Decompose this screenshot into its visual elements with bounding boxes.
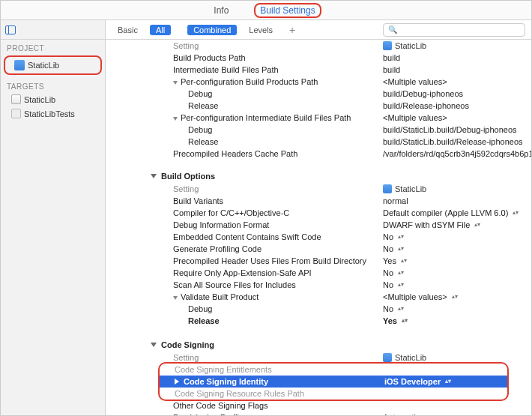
setting-row-code-signing-identity[interactable]: Code Signing Identity iOS Developer▴▾ bbox=[160, 376, 507, 388]
setting-row-release[interactable]: Releasebuild/Release-iphoneos bbox=[106, 100, 531, 112]
tab-build-settings[interactable]: Build Settings bbox=[254, 3, 321, 18]
setting-row[interactable]: Intermediate Build Files Path build bbox=[106, 64, 531, 76]
setting-row[interactable]: Require Only App-Extension-Safe APINo▴▾ bbox=[106, 267, 531, 279]
chevron-down-icon bbox=[173, 81, 178, 85]
code-signing-callout: Code Signing Entitlements Code Signing I… bbox=[158, 362, 509, 401]
sidebar-heading-project: PROJECT bbox=[1, 40, 105, 54]
setting-row[interactable]: Build Products Path build bbox=[106, 52, 531, 64]
section-code-signing[interactable]: Code Signing bbox=[106, 336, 531, 352]
setting-row[interactable]: Build Variantsnormal bbox=[106, 195, 531, 207]
setting-row-debug[interactable]: DebugNo▴▾ bbox=[106, 303, 531, 315]
sidebar-project-item[interactable]: StaticLib bbox=[4, 55, 102, 75]
filter-basic[interactable]: Basic bbox=[112, 25, 144, 35]
section-build-options[interactable]: Build Options bbox=[106, 167, 531, 183]
sidebar-target-label: StaticLib bbox=[24, 95, 55, 104]
setting-row[interactable]: Debug Information FormatDWARF with dSYM … bbox=[106, 219, 531, 231]
search-field[interactable]: 🔍 bbox=[383, 23, 525, 37]
setting-row[interactable]: Precompiled Headers Cache Path/var/folde… bbox=[106, 148, 531, 160]
setting-row-release[interactable]: ReleaseYes▴▾ bbox=[106, 315, 531, 327]
chevron-down-icon bbox=[151, 343, 157, 347]
popup-icon: ▴▾ bbox=[398, 235, 404, 239]
setting-row-debug[interactable]: Debugbuild/StaticLib.build/Debug-iphoneo… bbox=[106, 124, 531, 136]
setting-row[interactable]: Scan All Source Files for IncludesNo▴▾ bbox=[106, 279, 531, 291]
add-setting-button[interactable]: + bbox=[285, 24, 300, 36]
sidebar-target-tests[interactable]: StaticLibTests bbox=[1, 106, 105, 121]
setting-row[interactable]: Generate Profiling CodeNo▴▾ bbox=[106, 243, 531, 255]
setting-row-release[interactable]: Releasebuild/StaticLib.build/Release-iph… bbox=[106, 136, 531, 148]
setting-row[interactable]: Compiler for C/C++/Objective-CDefault co… bbox=[106, 207, 531, 219]
sidebar-heading-targets: TARGETS bbox=[1, 78, 105, 92]
setting-row[interactable]: Precompiled Header Uses Files From Build… bbox=[106, 255, 531, 267]
popup-icon: ▴▾ bbox=[401, 259, 407, 263]
main-pane: Basic All Combined Levels + 🔍 Setting St… bbox=[106, 20, 531, 415]
sidebar-project-label: StaticLib bbox=[28, 61, 59, 70]
settings-content: Setting StaticLib Build Products Path bu… bbox=[106, 40, 531, 415]
filter-bar: Basic All Combined Levels + 🔍 bbox=[106, 20, 531, 40]
sidebar-target-staticlib[interactable]: StaticLib bbox=[1, 92, 105, 106]
project-icon bbox=[383, 41, 392, 50]
filter-all[interactable]: All bbox=[150, 25, 171, 35]
column-headers: Setting StaticLib bbox=[106, 40, 531, 52]
search-icon: 🔍 bbox=[388, 25, 397, 34]
setting-row[interactable]: Embedded Content Contains Swift CodeNo▴▾ bbox=[106, 231, 531, 243]
setting-group-validate[interactable]: Validate Built Product <Multiple values>… bbox=[106, 291, 531, 303]
filter-combined[interactable]: Combined bbox=[187, 25, 237, 35]
popup-icon: ▴▾ bbox=[445, 379, 451, 384]
setting-group[interactable]: Per-configuration Intermediate Build Fil… bbox=[106, 112, 531, 124]
setting-group[interactable]: Per-configuration Build Products Path <M… bbox=[106, 76, 531, 88]
column-headers: Setting StaticLib bbox=[106, 183, 531, 195]
sidebar-target-label: StaticLibTests bbox=[24, 109, 75, 118]
setting-row-entitlements[interactable]: Code Signing Entitlements bbox=[160, 364, 507, 376]
popup-icon: ▴▾ bbox=[474, 223, 480, 227]
chevron-down-icon bbox=[173, 296, 178, 300]
setting-row-other-flags[interactable]: Other Code Signing Flags bbox=[106, 400, 531, 412]
popup-icon: ▴▾ bbox=[398, 283, 404, 287]
tab-info[interactable]: Info bbox=[211, 4, 232, 17]
chevron-down-icon bbox=[151, 174, 157, 178]
project-sidebar: PROJECT StaticLib TARGETS StaticLib Stat… bbox=[1, 20, 106, 415]
editor-tabs: Info Build Settings bbox=[1, 1, 531, 20]
setting-row-provisioning[interactable]: Provisioning ProfileAutomatic▴▾ bbox=[106, 412, 531, 415]
popup-icon: ▴▾ bbox=[398, 271, 404, 275]
popup-icon: ▴▾ bbox=[398, 307, 404, 311]
popup-icon: ▴▾ bbox=[513, 211, 519, 215]
project-icon bbox=[383, 353, 392, 362]
filter-levels[interactable]: Levels bbox=[243, 25, 279, 35]
setting-row-debug[interactable]: Debugbuild/Debug-iphoneos bbox=[106, 88, 531, 100]
popup-icon: ▴▾ bbox=[398, 247, 404, 251]
popup-icon: ▴▾ bbox=[402, 319, 408, 323]
chevron-right-icon bbox=[175, 379, 179, 385]
project-icon bbox=[14, 60, 25, 70]
panel-toggle-icon[interactable] bbox=[5, 25, 16, 34]
setting-row-rules-path[interactable]: Code Signing Resource Rules Path bbox=[160, 388, 507, 400]
framework-icon bbox=[11, 94, 21, 104]
chevron-down-icon bbox=[173, 117, 178, 121]
project-icon bbox=[383, 184, 392, 193]
popup-icon: ▴▾ bbox=[452, 295, 458, 299]
test-target-icon bbox=[11, 109, 21, 118]
